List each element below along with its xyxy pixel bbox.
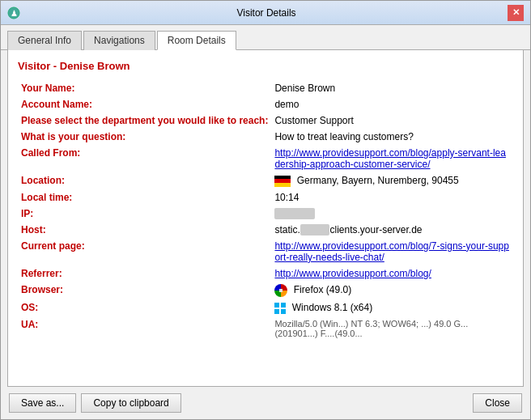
table-row: Location: Germany, Bayern, Nuremberg, 90…: [18, 172, 513, 189]
label-referrer: Referrer:: [18, 265, 271, 282]
value-current-page: http://www.providesupport.com/blog/7-sig…: [271, 238, 513, 265]
value-os: Windows 8.1 (x64): [271, 299, 513, 316]
table-row: IP:: [18, 206, 513, 222]
label-your-name: Your Name:: [18, 80, 271, 96]
table-row: OS: Windows 8.1 (x64): [18, 299, 513, 316]
table-row: Local time: 10:14: [18, 189, 513, 206]
value-host: static. clients.your-server.de: [271, 222, 513, 238]
value-local-time: 10:14: [271, 189, 513, 206]
label-location: Location:: [18, 172, 271, 189]
label-host: Host:: [18, 222, 271, 238]
svg-rect-5: [281, 309, 286, 314]
table-row: Account Name: demo: [18, 96, 513, 112]
footer: Save as... Copy to clipboard Close: [1, 387, 530, 419]
tab-navigations[interactable]: Navigations: [83, 31, 155, 50]
label-ip: IP:: [18, 206, 271, 222]
label-ua: UA:: [18, 316, 271, 341]
save-button[interactable]: Save as...: [9, 393, 76, 413]
info-table: Your Name: Denise Brown Account Name: de…: [18, 80, 513, 341]
scroll-area[interactable]: Visitor - Denise Brown Your Name: Denise…: [8, 50, 523, 386]
tab-room-details[interactable]: Room Details: [157, 31, 236, 50]
label-os: OS:: [18, 299, 271, 316]
value-location: Germany, Bayern, Nuremberg, 90455: [271, 172, 513, 189]
windows-icon: [274, 303, 286, 314]
tab-bar: General Info Navigations Room Details: [1, 25, 530, 50]
title-bar: ♟ Visitor Details ✕: [1, 1, 530, 25]
svg-rect-3: [281, 303, 286, 308]
label-current-page: Current page:: [18, 238, 271, 265]
host-blurred: [300, 224, 330, 235]
content-area: Visitor - Denise Brown Your Name: Denise…: [7, 50, 524, 387]
flag-icon: [274, 176, 291, 187]
value-department: Customer Support: [271, 112, 513, 129]
value-question: How to treat leaving customers?: [271, 129, 513, 145]
copy-to-clipboard-button[interactable]: Copy to clipboard: [81, 393, 181, 413]
value-referrer: http://www.providesupport.com/blog/: [271, 265, 513, 282]
svg-text:♟: ♟: [11, 9, 18, 18]
label-account-name: Account Name:: [18, 96, 271, 112]
label-local-time: Local time:: [18, 189, 271, 206]
app-icon: ♟: [7, 6, 20, 19]
svg-rect-2: [274, 303, 279, 308]
table-row: Current page: http://www.providesupport.…: [18, 238, 513, 265]
value-browser: Firefox (49.0): [271, 282, 513, 299]
host-prefix: static.: [274, 224, 299, 235]
label-called-from: Called From:: [18, 145, 271, 172]
table-row: What is your question: How to treat leav…: [18, 129, 513, 145]
browser-icon: [274, 284, 287, 297]
value-ip: [271, 206, 513, 222]
ip-blurred: [274, 208, 315, 219]
value-ua: Mozilla/5.0 (Win...) NT 6.3; WOW64; ...)…: [271, 316, 513, 341]
label-question: What is your question:: [18, 129, 271, 145]
table-row: Browser: Firefox (49.0): [18, 282, 513, 299]
os-text: Windows 8.1 (x64): [292, 302, 372, 313]
label-department: Please select the department you would l…: [18, 112, 271, 129]
called-from-link[interactable]: http://www.providesupport.com/blog/apply…: [274, 147, 505, 170]
value-called-from: http://www.providesupport.com/blog/apply…: [271, 145, 513, 172]
referrer-link[interactable]: http://www.providesupport.com/blog/: [274, 268, 431, 279]
location-text: Germany, Bayern, Nuremberg, 90455: [297, 175, 459, 186]
table-row: Your Name: Denise Brown: [18, 80, 513, 96]
footer-left: Save as... Copy to clipboard: [9, 393, 181, 413]
table-row: Referrer: http://www.providesupport.com/…: [18, 265, 513, 282]
label-browser: Browser:: [18, 282, 271, 299]
visitor-details-window: ♟ Visitor Details ✕ General Info Navigat…: [0, 0, 531, 420]
table-row: UA: Mozilla/5.0 (Win...) NT 6.3; WOW64; …: [18, 316, 513, 341]
visitor-title: Visitor - Denise Brown: [18, 60, 513, 72]
value-account-name: demo: [271, 96, 513, 112]
table-row: Please select the department you would l…: [18, 112, 513, 129]
current-page-link[interactable]: http://www.providesupport.com/blog/7-sig…: [274, 240, 508, 263]
table-row: Host: static. clients.your-server.de: [18, 222, 513, 238]
window-title: Visitor Details: [25, 7, 508, 19]
close-button[interactable]: Close: [473, 393, 522, 413]
tab-general-info[interactable]: General Info: [7, 31, 82, 50]
value-your-name: Denise Brown: [271, 80, 513, 96]
table-row: Called From: http://www.providesupport.c…: [18, 145, 513, 172]
window-close-button[interactable]: ✕: [508, 5, 524, 21]
svg-rect-4: [274, 309, 279, 314]
browser-text: Firefox (49.0): [294, 284, 351, 295]
host-suffix: clients.your-server.de: [329, 224, 422, 235]
